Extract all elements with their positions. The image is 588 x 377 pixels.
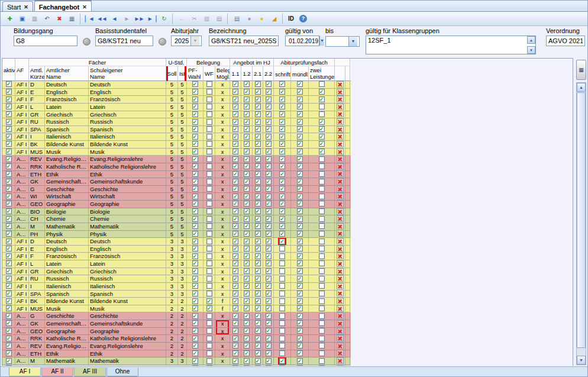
pf-wahl-checkbox[interactable]: ✓: [192, 149, 198, 154]
hj-checkbox[interactable]: ✓: [244, 208, 250, 214]
schriftlich-checkbox[interactable]: [279, 320, 285, 326]
hj-checkbox[interactable]: ✓: [266, 134, 272, 140]
gueltig-von-dropdown-icon[interactable]: ▼: [319, 36, 324, 46]
hj-checkbox[interactable]: ✓: [255, 276, 261, 282]
pf-wahl-checkbox[interactable]: ✓: [192, 126, 198, 132]
hj-checkbox[interactable]: ✓: [266, 328, 272, 334]
delete-row-button[interactable]: ✕: [337, 81, 344, 88]
pf-wahl-checkbox[interactable]: ✓: [192, 343, 198, 349]
delete-row-button[interactable]: ✕: [337, 89, 344, 95]
schriftlich-checkbox[interactable]: ✓: [279, 111, 285, 117]
hj-checkbox[interactable]: ✓: [266, 171, 272, 177]
hj-checkbox[interactable]: ✓: [255, 320, 261, 326]
pf-wahl-checkbox[interactable]: ✓: [192, 313, 198, 319]
wf-checkbox[interactable]: [206, 320, 212, 326]
wf-checkbox[interactable]: [206, 89, 212, 95]
wf-checkbox[interactable]: [206, 260, 212, 266]
table-row[interactable]: ✓AF IEEnglischEnglisch55✓x✓✓✓✓✓✓✓✕: [2, 89, 351, 96]
pf-wahl-checkbox[interactable]: ✓: [192, 320, 198, 326]
muendlich-checkbox[interactable]: ✓: [297, 276, 303, 282]
pf-wahl-checkbox[interactable]: ✓: [192, 104, 198, 109]
hj-checkbox[interactable]: ✓: [255, 163, 261, 169]
hj-checkbox[interactable]: ✓: [244, 134, 250, 140]
hj-checkbox[interactable]: ✓: [232, 358, 238, 364]
hj-checkbox[interactable]: ✓: [266, 239, 272, 244]
muendlich-checkbox[interactable]: ✓: [297, 268, 303, 274]
hj-checkbox[interactable]: ✓: [232, 231, 238, 237]
muendlich-checkbox[interactable]: ✓: [297, 365, 303, 366]
delete-row-button[interactable]: ✕: [337, 305, 344, 312]
zwei-leistungen-checkbox[interactable]: [319, 313, 325, 319]
aktiv-checkbox[interactable]: ✓: [6, 239, 12, 244]
pf-wahl-checkbox[interactable]: ✓: [192, 328, 198, 334]
wf-checkbox[interactable]: [206, 201, 212, 207]
schriftlich-checkbox[interactable]: ✓: [279, 194, 285, 199]
hj-checkbox[interactable]: ✓: [266, 96, 272, 102]
hj-checkbox[interactable]: ✓: [266, 350, 272, 356]
table-row[interactable]: ✓AF IIIMMathematikMathematik33✓x✓✓✓✓✓✓✕: [2, 357, 351, 365]
table-row[interactable]: ✓AF IRURussischRussisch33✓x✓✓✓✓✓✕: [2, 275, 351, 283]
aktiv-checkbox[interactable]: ✓: [6, 336, 12, 341]
delete-row-button[interactable]: ✕: [337, 163, 344, 170]
print-button[interactable]: ▤: [230, 13, 243, 25]
table-row[interactable]: ✓AF IMUSMusikMusik22✓✓f✓✓✓✓✓✕: [2, 305, 351, 313]
table-row[interactable]: ✓AF IIItalienischItalienisch55✓x✓✓✓✓✓✓✓✕: [2, 133, 351, 141]
pf-wahl-checkbox[interactable]: ✓: [192, 291, 198, 297]
filter-tab-ohne[interactable]: Ohne: [106, 368, 138, 376]
undo-button[interactable]: ↶: [40, 13, 53, 25]
hj-checkbox[interactable]: ✓: [244, 96, 250, 102]
zwei-leistungen-checkbox[interactable]: [319, 365, 325, 366]
preview-button[interactable]: ●: [243, 13, 255, 25]
hj-checkbox[interactable]: ✓: [232, 81, 238, 87]
delete-row-button[interactable]: ✕: [337, 149, 344, 155]
table-row[interactable]: ✓AF IIWIWirtschaftWirtschaft55✓x✓✓✓✓✓✓✕: [2, 193, 351, 201]
zwei-leistungen-checkbox[interactable]: ✓: [319, 119, 325, 125]
hj-checkbox[interactable]: ✓: [244, 365, 250, 366]
hj-checkbox[interactable]: ✓: [244, 283, 250, 289]
hj-checkbox[interactable]: ✓: [244, 343, 250, 349]
delete-row-button[interactable]: ✕: [337, 171, 344, 178]
hj-checkbox[interactable]: ✓: [244, 163, 250, 169]
delete-row-button[interactable]: ✕: [337, 350, 344, 357]
table-row[interactable]: ✓AF IIETHEthikEthik55✓x✓✓✓✓✓✓✕: [2, 171, 351, 179]
pf-wahl-checkbox[interactable]: ✓: [192, 163, 198, 169]
hj-checkbox[interactable]: ✓: [266, 260, 272, 266]
hj-checkbox[interactable]: ✓: [232, 156, 238, 162]
muendlich-checkbox[interactable]: ✓: [297, 283, 303, 289]
hj-checkbox[interactable]: ✓: [244, 81, 250, 87]
aktiv-checkbox[interactable]: ✓: [6, 179, 12, 185]
aktiv-checkbox[interactable]: ✓: [6, 343, 12, 349]
hj-checkbox[interactable]: ✓: [266, 343, 272, 349]
muendlich-checkbox[interactable]: ✓: [297, 186, 303, 192]
schriftlich-checkbox[interactable]: ✓: [279, 231, 285, 237]
muendlich-checkbox[interactable]: ✓: [297, 171, 303, 177]
zwei-leistungen-checkbox[interactable]: [319, 81, 325, 87]
schriftlich-checkbox[interactable]: ✓: [279, 216, 285, 222]
pf-wahl-checkbox[interactable]: ✓: [192, 350, 198, 356]
wf-checkbox[interactable]: [206, 283, 212, 289]
delete-row-button[interactable]: ✕: [337, 141, 344, 147]
zwei-leistungen-checkbox[interactable]: [319, 111, 325, 117]
wf-checkbox[interactable]: [206, 313, 212, 319]
aktiv-checkbox[interactable]: ✓: [6, 96, 12, 102]
delete-record-button[interactable]: ✖: [53, 13, 65, 25]
delete-row-button[interactable]: ✕: [337, 253, 344, 259]
schriftlich-checkbox[interactable]: ✓: [279, 358, 285, 364]
basisstundentafel-lookup-button[interactable]: [159, 38, 166, 46]
hj-checkbox[interactable]: ✓: [255, 298, 261, 304]
bildungsgang-input[interactable]: [14, 36, 77, 46]
tab-start[interactable]: Start ✕: [2, 1, 33, 11]
pf-wahl-checkbox[interactable]: ✓: [192, 216, 198, 222]
delete-row-button[interactable]: ✕: [337, 126, 344, 133]
aktiv-checkbox[interactable]: ✓: [6, 126, 12, 132]
pf-wahl-checkbox[interactable]: ✓: [192, 201, 198, 207]
new-record-button[interactable]: ✚: [3, 13, 15, 25]
zwei-leistungen-checkbox[interactable]: ✓: [319, 134, 325, 140]
bis-datepicker[interactable]: ▼: [325, 36, 360, 47]
muendlich-checkbox[interactable]: ✓: [297, 156, 303, 162]
schriftlich-checkbox[interactable]: ✓: [279, 96, 285, 102]
muendlich-checkbox[interactable]: ✓: [297, 253, 303, 259]
aktiv-checkbox[interactable]: ✓: [6, 328, 12, 334]
aktiv-checkbox[interactable]: ✓: [6, 313, 12, 319]
table-row[interactable]: ✓AF IGRGriechischGriechisch55✓x✓✓✓✓✓✓✕: [2, 111, 351, 119]
